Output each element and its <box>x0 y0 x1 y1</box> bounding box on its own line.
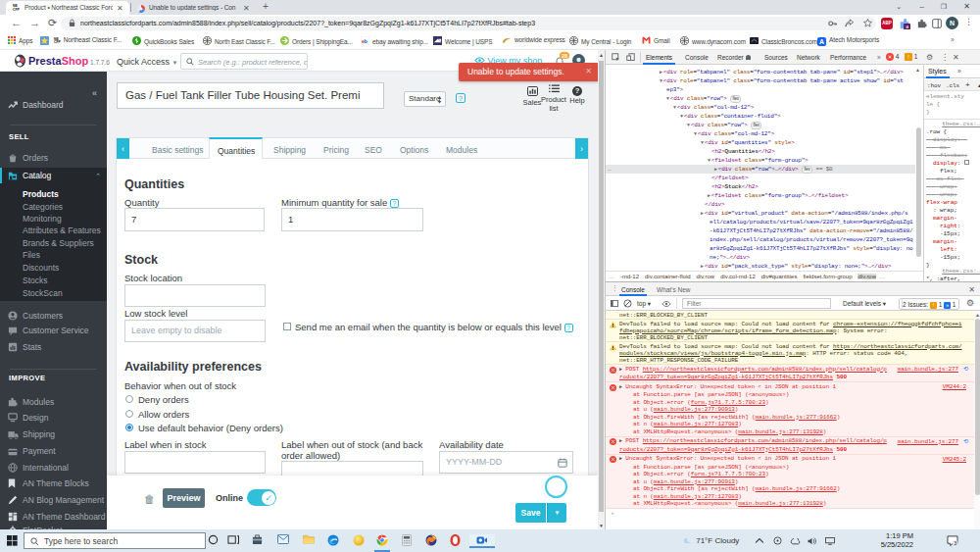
svg-text:3: 3 <box>954 540 956 546</box>
svg-text:a: a <box>906 24 908 29</box>
